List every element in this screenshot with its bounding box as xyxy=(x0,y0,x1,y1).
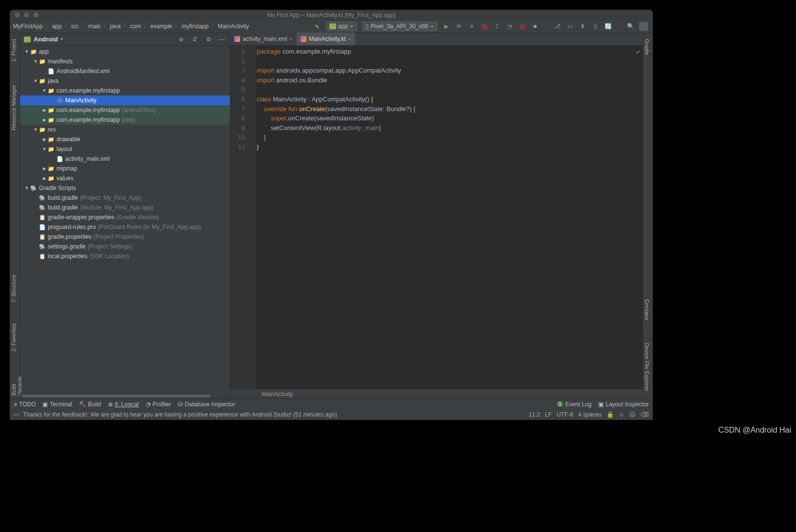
editor-tab[interactable]: MainActivity.kt× xyxy=(297,33,355,45)
close-tab-icon[interactable]: × xyxy=(289,36,292,42)
tree-node[interactable]: ▶📁drawable xyxy=(20,134,230,144)
device-selector[interactable]: ▯Pixel_3a_API_30_x86▼ xyxy=(362,21,437,31)
tree-node[interactable]: ⓀMainActivity xyxy=(20,95,230,105)
select-file-icon[interactable]: ⊕ xyxy=(177,36,185,43)
run-config-selector[interactable]: app▼ xyxy=(326,21,357,31)
tree-node[interactable]: ▼📁res xyxy=(20,125,230,134)
left-gutter: 1: Project Resource Manager 7: Structure… xyxy=(10,33,20,399)
tree-node[interactable]: ▶📁com.example.myfirstapp(test) xyxy=(20,115,230,125)
editor-tabs[interactable]: activity_main.xml×MainActivity.kt× xyxy=(230,33,643,46)
inspection-ok-icon[interactable]: ✔ xyxy=(636,48,641,57)
lock-icon[interactable]: 🔒 xyxy=(606,411,614,418)
tree-node[interactable]: 🐘build.gradle(Project: My_First_App) xyxy=(20,193,230,203)
toggle-icon[interactable]: ▯ xyxy=(591,22,599,30)
tw-logcat[interactable]: ≣ 6: Logcat xyxy=(108,401,139,408)
debug-icon[interactable]: ≡ xyxy=(468,22,475,30)
search-icon[interactable]: 🔍 xyxy=(626,22,634,30)
tw-layout-inspector[interactable]: ▣ Layout Inspector xyxy=(598,401,649,408)
crumb-com[interactable]: com xyxy=(129,22,143,31)
breadcrumb[interactable]: MyFirstApp〉app〉src〉main〉java〉com〉example… xyxy=(12,22,313,31)
editor-tab[interactable]: activity_main.xml× xyxy=(230,33,297,45)
sdk-icon[interactable]: ⬇ xyxy=(579,22,587,30)
tree-node[interactable]: 📄activity_main.xml xyxy=(20,154,230,164)
avd-icon[interactable]: ▭ xyxy=(566,22,574,30)
tree-node[interactable]: 📄AndroidManifest.xml xyxy=(20,66,230,76)
git-icon[interactable]: ⎇ xyxy=(553,22,561,30)
line-sep[interactable]: LF xyxy=(545,411,552,418)
tab-emulator[interactable]: Emulator xyxy=(644,296,650,323)
tree-node[interactable]: ▶📁values xyxy=(20,173,230,183)
stop-icon[interactable]: ■ xyxy=(531,22,539,30)
tree-node[interactable]: 📄proguard-rules.pro(ProGuard Rules for M… xyxy=(20,222,230,232)
gear-icon[interactable]: ⚙ xyxy=(205,36,212,43)
tree-node[interactable]: 📋gradle-wrapper.properties(Gradle Versio… xyxy=(20,212,230,222)
tw-profiler[interactable]: ◔ Profiler xyxy=(146,401,171,408)
crumb-myfirstapp[interactable]: myfirstapp xyxy=(180,22,210,31)
face-sad-icon[interactable]: ☹ xyxy=(629,411,636,418)
ide-window: My First App – MainActivity.kt [My_First… xyxy=(10,10,653,420)
tw-event-log[interactable]: 1 Event Log xyxy=(557,401,592,408)
h-scrollbar[interactable] xyxy=(20,394,230,399)
tree-node[interactable]: ▼🐘Gradle Scripts xyxy=(20,183,230,193)
close-tab-icon[interactable]: × xyxy=(348,36,351,42)
device-label: Pixel_3a_API_30_x86 xyxy=(371,23,428,30)
status-icon[interactable]: ▭ xyxy=(14,411,19,418)
tree-node[interactable]: ▶📁com.example.myfirstapp(androidTest) xyxy=(20,105,230,115)
tree-node[interactable]: 🐘settings.gradle(Project Settings) xyxy=(20,242,230,251)
sort-icon[interactable]: ⇵ xyxy=(191,36,199,43)
code-editor[interactable]: package com.example.myfirstapp import an… xyxy=(256,46,643,389)
tab-structure[interactable]: 7: Structure xyxy=(11,272,17,305)
bug-icon[interactable]: 🐞 xyxy=(480,22,488,30)
collapse-icon[interactable]: — xyxy=(218,36,226,43)
tab-favorites[interactable]: 2: Favorites xyxy=(11,321,17,354)
right-gutter: Gradle Emulator Device File Explorer xyxy=(643,33,653,399)
tree-node[interactable]: ▼📁app xyxy=(20,47,230,57)
sync-icon[interactable]: 🔄 xyxy=(604,22,612,30)
tab-resource-manager[interactable]: Resource Manager xyxy=(11,82,17,133)
caret-pos[interactable]: 11:2 xyxy=(529,411,540,418)
crumb-app[interactable]: app xyxy=(51,22,63,31)
status-bar: ▭ Thanks for the feedback!: We are glad … xyxy=(10,409,653,420)
crumb-src[interactable]: src xyxy=(70,22,80,31)
line-numbers: 1234567891011 xyxy=(230,46,249,389)
profiler-icon[interactable]: ◔ xyxy=(506,22,513,30)
tree-node[interactable]: 📋local.properties(SDK Location) xyxy=(20,251,230,261)
attach-debug-icon[interactable]: 🐞 xyxy=(518,22,526,30)
coverage-icon[interactable]: ⤴ xyxy=(493,22,501,30)
panel-header[interactable]: Android ▼ ⊕ ⇵ ⚙ — xyxy=(20,33,230,46)
editor-breadcrumb[interactable]: MainActivity xyxy=(230,389,643,399)
apply-changes-icon[interactable]: ⟳ xyxy=(455,22,463,30)
indent[interactable]: 4 spaces xyxy=(578,411,602,418)
android-icon xyxy=(24,37,31,42)
tree-node[interactable]: ▼📁com.example.myfirstapp xyxy=(20,86,230,95)
run-config-label: app xyxy=(338,23,348,30)
tree-node[interactable]: 📋gradle.properties(Project Properties) xyxy=(20,232,230,242)
tree-node[interactable]: ▼📁manifests xyxy=(20,57,230,66)
project-tree[interactable]: ▼📁app▼📁manifests📄AndroidManifest.xml▼📁ja… xyxy=(20,46,230,394)
crumb-myfirstapp[interactable]: MyFirstApp xyxy=(12,22,44,31)
mem-icon[interactable]: ⌫ xyxy=(641,411,649,418)
tw-todo[interactable]: ≡ TODO xyxy=(14,401,36,408)
hammer-icon[interactable]: ⬉ xyxy=(313,22,321,30)
tree-node[interactable]: ▼📁java xyxy=(20,76,230,86)
tree-node[interactable]: 🐘build.gradle(Module: My_First_App.app) xyxy=(20,203,230,212)
face-ok-icon[interactable]: ☺ xyxy=(619,411,625,418)
crumb-main[interactable]: main xyxy=(87,22,102,31)
crumb-java[interactable]: java xyxy=(109,22,122,31)
tab-project[interactable]: 1: Project xyxy=(11,36,17,64)
tab-gradle[interactable]: Gradle xyxy=(644,36,650,58)
editor-gutter[interactable] xyxy=(249,46,256,389)
crumb-example[interactable]: example xyxy=(149,22,173,31)
project-panel: Android ▼ ⊕ ⇵ ⚙ — ▼📁app▼📁manifests📄Andro… xyxy=(20,33,230,399)
user-icon[interactable] xyxy=(639,22,648,31)
crumb-mainactivity[interactable]: MainActivity xyxy=(216,22,250,31)
run-icon[interactable]: ▶ xyxy=(442,22,450,30)
tree-node[interactable]: ▶📁mipmap xyxy=(20,164,230,173)
tab-device-file-explorer[interactable]: Device File Explorer xyxy=(644,340,650,394)
tw-terminal[interactable]: ▣ Terminal xyxy=(42,401,72,408)
encoding[interactable]: UTF-8 xyxy=(557,411,573,418)
tool-window-bar: ≡ TODO ▣ Terminal 🔨 Build ≣ 6: Logcat ◔ … xyxy=(10,399,653,409)
tree-node[interactable]: ▼📁layout xyxy=(20,144,230,154)
tw-build[interactable]: 🔨 Build xyxy=(79,401,101,408)
tw-database[interactable]: ⛁ Database Inspector xyxy=(178,401,235,408)
